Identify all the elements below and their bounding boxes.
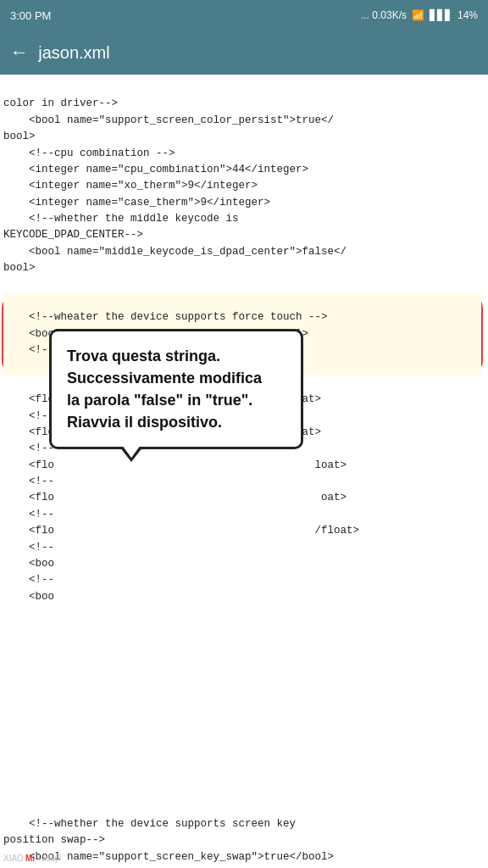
- code-line-6: <integer name="xo_therm">9</integer>: [3, 180, 258, 192]
- code-line-a4: <!--: [3, 442, 54, 454]
- wifi-icon: 📶: [412, 9, 424, 21]
- file-title: jason.xml: [38, 43, 109, 63]
- code-line-3: bool>: [3, 131, 36, 142]
- back-button[interactable]: ←: [14, 42, 25, 64]
- tooltip-text: Trova questa stringa.Successivamente mod…: [67, 345, 286, 433]
- watermark-mi: Mi: [25, 854, 35, 863]
- status-bar: 3:00 PM ... 0.03K/s 📶 ▋▋▋ 14%: [0, 0, 488, 31]
- code-line-2: <bool name="support_screen_color_persist…: [3, 114, 334, 126]
- code-line-a8: <!--: [3, 509, 54, 520]
- code-line-10: <bool name="middle_keycode_is_dpad_cente…: [3, 246, 347, 258]
- battery: 14%: [458, 9, 478, 21]
- code-line-a6: <!--: [3, 476, 54, 487]
- toolbar: ← jason.xml: [0, 31, 488, 75]
- status-right: ... 0.03K/s 📶 ▋▋▋ 14%: [361, 9, 478, 21]
- tooltip-box: Trova questa stringa.Successivamente mod…: [49, 329, 303, 449]
- code-line-4: <!--cpu combination -->: [3, 147, 175, 159]
- status-left: 3:00 PM: [10, 9, 51, 22]
- code-line-7: <integer name="case_therm">9</integer>: [3, 197, 270, 209]
- signal-icon: ▋▋▋: [430, 9, 452, 21]
- code-line-a5: <flo loat>: [3, 459, 347, 471]
- time: 3:00 PM: [10, 9, 51, 22]
- code-line-a7: <flo oat>: [3, 492, 347, 504]
- code-line-b1: <!--whether the device supports screen k…: [3, 818, 296, 830]
- code-line-8: <!--whether the middle keycode is: [3, 213, 239, 225]
- code-line-9: KEYCODE_DPAD_CENTER-->: [3, 229, 143, 241]
- highlight-line-1: <!--wheater the device supports force to…: [3, 311, 328, 323]
- network-speed: ... 0.03K/s: [361, 9, 407, 21]
- code-line-1: color in driver-->: [3, 97, 118, 109]
- code-line-5: <integer name="cpu_combination">44</inte…: [3, 164, 308, 175]
- content-area: color in driver--> <bool name="support_s…: [0, 75, 488, 868]
- xml-code-bottom: <!--whether the device supports screen k…: [3, 799, 481, 868]
- watermark: XIAO Mi Today!: [3, 854, 61, 863]
- code-line-a10: <!--: [3, 542, 54, 554]
- xml-code: color in driver--> <bool name="support_s…: [3, 80, 481, 293]
- code-line-b2: position swap-->: [3, 834, 105, 846]
- watermark-today: Today!: [36, 854, 61, 863]
- code-line-a12: <!--: [3, 574, 54, 586]
- code-line-11: bool>: [3, 262, 36, 274]
- code-line-a11: <boo: [3, 558, 54, 570]
- code-line-a9: <flo /float>: [3, 525, 359, 537]
- code-line-a13: <boo: [3, 591, 54, 603]
- watermark-xiao: XIAO: [3, 854, 24, 863]
